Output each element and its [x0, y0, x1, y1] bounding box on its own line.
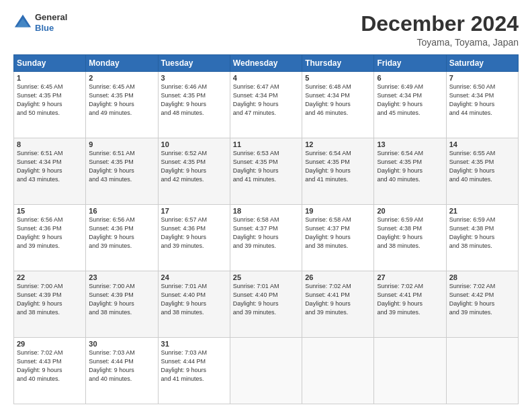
title-section: December 2024 Toyama, Toyama, Japan [361, 12, 519, 48]
day-info: Sunrise: 6:45 AM Sunset: 4:35 PM Dayligh… [17, 83, 83, 118]
calendar-cell: 19Sunrise: 6:58 AM Sunset: 4:37 PM Dayli… [302, 205, 374, 271]
day-number: 13 [377, 140, 443, 148]
day-number: 3 [161, 74, 227, 82]
day-info: Sunrise: 7:00 AM Sunset: 4:39 PM Dayligh… [17, 282, 83, 317]
location: Toyama, Toyama, Japan [361, 37, 519, 48]
calendar-cell: 1Sunrise: 6:45 AM Sunset: 4:35 PM Daylig… [14, 72, 86, 138]
day-info: Sunrise: 6:54 AM Sunset: 4:35 PM Dayligh… [305, 149, 371, 184]
calendar-week-3: 15Sunrise: 6:56 AM Sunset: 4:36 PM Dayli… [14, 205, 519, 271]
calendar-cell [230, 338, 302, 404]
calendar-cell: 17Sunrise: 6:57 AM Sunset: 4:36 PM Dayli… [158, 205, 230, 271]
day-number: 18 [233, 207, 299, 215]
weekday-header-saturday: Saturday [446, 55, 518, 72]
calendar-week-2: 8Sunrise: 6:51 AM Sunset: 4:34 PM Daylig… [14, 138, 519, 205]
day-number: 31 [161, 340, 227, 348]
calendar-week-1: 1Sunrise: 6:45 AM Sunset: 4:35 PM Daylig… [14, 72, 519, 138]
day-number: 26 [305, 273, 371, 281]
day-number: 7 [449, 74, 515, 82]
calendar-cell: 4Sunrise: 6:47 AM Sunset: 4:34 PM Daylig… [230, 72, 302, 138]
logo-icon [13, 13, 32, 32]
calendar-week-4: 22Sunrise: 7:00 AM Sunset: 4:39 PM Dayli… [14, 271, 519, 338]
weekday-header-tuesday: Tuesday [158, 55, 230, 72]
day-number: 28 [449, 273, 515, 281]
calendar-cell: 11Sunrise: 6:53 AM Sunset: 4:35 PM Dayli… [230, 138, 302, 205]
day-info: Sunrise: 6:46 AM Sunset: 4:35 PM Dayligh… [161, 83, 227, 118]
day-number: 12 [305, 140, 371, 148]
calendar-cell: 6Sunrise: 6:49 AM Sunset: 4:34 PM Daylig… [374, 72, 446, 138]
day-number: 29 [17, 340, 83, 348]
calendar-cell: 28Sunrise: 7:02 AM Sunset: 4:42 PM Dayli… [446, 271, 518, 338]
day-info: Sunrise: 7:00 AM Sunset: 4:39 PM Dayligh… [89, 282, 154, 317]
calendar-cell [302, 338, 374, 404]
day-info: Sunrise: 7:02 AM Sunset: 4:41 PM Dayligh… [377, 282, 443, 317]
day-number: 20 [377, 207, 443, 215]
day-number: 22 [17, 273, 83, 281]
calendar-cell: 2Sunrise: 6:45 AM Sunset: 4:35 PM Daylig… [86, 72, 158, 138]
weekday-header-friday: Friday [374, 55, 446, 72]
calendar-cell: 23Sunrise: 7:00 AM Sunset: 4:39 PM Dayli… [86, 271, 158, 338]
month-title: December 2024 [361, 12, 519, 36]
day-number: 24 [161, 273, 227, 281]
calendar-body: 1Sunrise: 6:45 AM Sunset: 4:35 PM Daylig… [14, 72, 519, 404]
calendar-cell: 27Sunrise: 7:02 AM Sunset: 4:41 PM Dayli… [374, 271, 446, 338]
day-number: 4 [233, 74, 299, 82]
day-number: 30 [89, 340, 154, 348]
day-number: 11 [233, 140, 299, 148]
day-number: 1 [17, 74, 83, 82]
day-info: Sunrise: 6:56 AM Sunset: 4:36 PM Dayligh… [89, 216, 154, 250]
day-number: 2 [89, 74, 154, 82]
day-info: Sunrise: 6:49 AM Sunset: 4:34 PM Dayligh… [377, 83, 443, 118]
day-info: Sunrise: 6:55 AM Sunset: 4:35 PM Dayligh… [449, 149, 515, 184]
day-number: 21 [449, 207, 515, 215]
day-info: Sunrise: 6:51 AM Sunset: 4:35 PM Dayligh… [89, 149, 154, 184]
calendar-cell: 18Sunrise: 6:58 AM Sunset: 4:37 PM Dayli… [230, 205, 302, 271]
day-number: 9 [89, 140, 154, 148]
calendar-cell: 12Sunrise: 6:54 AM Sunset: 4:35 PM Dayli… [302, 138, 374, 205]
calendar-cell: 29Sunrise: 7:02 AM Sunset: 4:43 PM Dayli… [14, 338, 86, 404]
day-number: 5 [305, 74, 371, 82]
day-info: Sunrise: 6:54 AM Sunset: 4:35 PM Dayligh… [377, 149, 443, 184]
day-info: Sunrise: 6:50 AM Sunset: 4:34 PM Dayligh… [449, 83, 515, 118]
day-number: 25 [233, 273, 299, 281]
day-info: Sunrise: 6:58 AM Sunset: 4:37 PM Dayligh… [233, 216, 299, 250]
day-number: 14 [449, 140, 515, 148]
day-info: Sunrise: 6:53 AM Sunset: 4:35 PM Dayligh… [233, 149, 299, 184]
day-number: 10 [161, 140, 227, 148]
calendar-header: SundayMondayTuesdayWednesdayThursdayFrid… [14, 55, 519, 72]
weekday-row: SundayMondayTuesdayWednesdayThursdayFrid… [14, 55, 519, 72]
day-info: Sunrise: 6:58 AM Sunset: 4:37 PM Dayligh… [305, 216, 371, 250]
logo: General Blue [13, 12, 67, 33]
page: General Blue December 2024 Toyama, Toyam… [0, 0, 532, 411]
calendar-cell: 21Sunrise: 6:59 AM Sunset: 4:38 PM Dayli… [446, 205, 518, 271]
weekday-header-thursday: Thursday [302, 55, 374, 72]
day-info: Sunrise: 7:03 AM Sunset: 4:44 PM Dayligh… [161, 349, 227, 383]
day-info: Sunrise: 6:51 AM Sunset: 4:34 PM Dayligh… [17, 149, 83, 184]
weekday-header-sunday: Sunday [14, 55, 86, 72]
day-info: Sunrise: 7:02 AM Sunset: 4:42 PM Dayligh… [449, 282, 515, 317]
day-number: 15 [17, 207, 83, 215]
day-number: 17 [161, 207, 227, 215]
day-info: Sunrise: 7:03 AM Sunset: 4:44 PM Dayligh… [89, 349, 154, 383]
day-info: Sunrise: 6:56 AM Sunset: 4:36 PM Dayligh… [17, 216, 83, 250]
calendar-cell: 5Sunrise: 6:48 AM Sunset: 4:34 PM Daylig… [302, 72, 374, 138]
calendar-cell: 13Sunrise: 6:54 AM Sunset: 4:35 PM Dayli… [374, 138, 446, 205]
calendar-cell: 9Sunrise: 6:51 AM Sunset: 4:35 PM Daylig… [86, 138, 158, 205]
calendar-cell: 16Sunrise: 6:56 AM Sunset: 4:36 PM Dayli… [86, 205, 158, 271]
day-info: Sunrise: 6:59 AM Sunset: 4:38 PM Dayligh… [377, 216, 443, 250]
day-info: Sunrise: 7:01 AM Sunset: 4:40 PM Dayligh… [161, 282, 227, 317]
day-info: Sunrise: 6:57 AM Sunset: 4:36 PM Dayligh… [161, 216, 227, 250]
calendar-cell: 7Sunrise: 6:50 AM Sunset: 4:34 PM Daylig… [446, 72, 518, 138]
logo-text: General Blue [35, 12, 67, 33]
day-number: 19 [305, 207, 371, 215]
day-number: 23 [89, 273, 154, 281]
day-number: 6 [377, 74, 443, 82]
calendar-cell: 26Sunrise: 7:02 AM Sunset: 4:41 PM Dayli… [302, 271, 374, 338]
calendar-cell [446, 338, 518, 404]
calendar-cell: 25Sunrise: 7:01 AM Sunset: 4:40 PM Dayli… [230, 271, 302, 338]
day-info: Sunrise: 7:02 AM Sunset: 4:41 PM Dayligh… [305, 282, 371, 317]
day-info: Sunrise: 6:48 AM Sunset: 4:34 PM Dayligh… [305, 83, 371, 118]
day-number: 8 [17, 140, 83, 148]
weekday-header-wednesday: Wednesday [230, 55, 302, 72]
day-info: Sunrise: 6:47 AM Sunset: 4:34 PM Dayligh… [233, 83, 299, 118]
calendar-cell: 3Sunrise: 6:46 AM Sunset: 4:35 PM Daylig… [158, 72, 230, 138]
